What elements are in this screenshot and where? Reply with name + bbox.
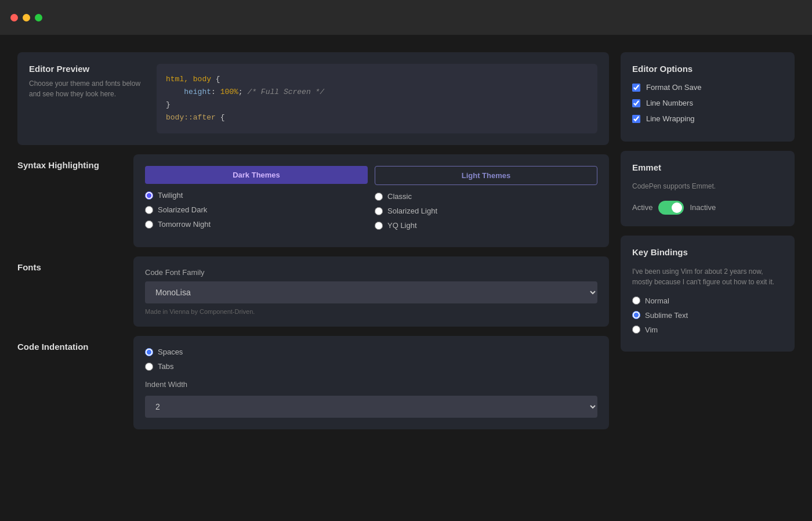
theme-classic-label: Classic bbox=[387, 192, 412, 201]
theme-solarized-dark[interactable]: Solarized Dark bbox=[145, 205, 368, 214]
code-indentation-section: Code Indentation Spaces Tabs Indent Widt… bbox=[17, 336, 609, 429]
themes-container: Dark Themes Twilight Solarized Dark Tomo… bbox=[145, 166, 597, 236]
emmet-active-label: Active bbox=[632, 203, 652, 212]
fonts-content: Code Font Family MonoLisa Fira Code Sour… bbox=[133, 256, 609, 327]
editor-options-card: Editor Options Format On Save Line Numbe… bbox=[621, 52, 795, 142]
fonts-label: Fonts bbox=[17, 256, 133, 327]
indent-spaces-option[interactable]: Spaces bbox=[145, 348, 597, 356]
keybinding-sublime-label: Sublime Text bbox=[645, 311, 688, 320]
theme-twilight-label: Twilight bbox=[158, 191, 183, 200]
theme-solarized-light[interactable]: Solarized Light bbox=[375, 207, 597, 215]
light-themes-tab[interactable]: Light Themes bbox=[375, 166, 597, 185]
theme-classic[interactable]: Classic bbox=[375, 192, 597, 201]
theme-tomorrow-night-label: Tomorrow Night bbox=[158, 220, 211, 229]
editor-options-title: Editor Options bbox=[632, 64, 783, 74]
editor-preview-code: html, body { height: 100%; /* Full Scree… bbox=[157, 64, 597, 133]
emmet-toggle[interactable] bbox=[658, 201, 684, 215]
indent-width-label: Indent Width bbox=[145, 380, 597, 389]
syntax-highlighting-section: Syntax Highlighting Dark Themes Twilight… bbox=[17, 154, 609, 247]
close-dot[interactable] bbox=[10, 14, 18, 21]
left-panel: Editor Preview Choose your theme and fon… bbox=[17, 52, 609, 429]
titlebar bbox=[0, 0, 812, 35]
key-bindings-title: Key Bindings bbox=[632, 247, 783, 257]
syntax-highlighting-title: Syntax Highlighting bbox=[17, 160, 133, 170]
light-themes-column: Light Themes Classic Solarized Light YQ … bbox=[375, 166, 597, 236]
fonts-title: Fonts bbox=[17, 262, 133, 272]
key-bindings-description: I've been using Vim for about 2 years no… bbox=[632, 266, 783, 287]
keybinding-sublime[interactable]: Sublime Text bbox=[632, 311, 783, 320]
indent-tabs-option[interactable]: Tabs bbox=[145, 362, 597, 371]
editor-preview-description: Choose your theme and fonts below and se… bbox=[29, 78, 145, 99]
line-numbers-label: Line Numbers bbox=[646, 99, 693, 107]
emmet-toggle-row: Active Inactive bbox=[632, 201, 783, 215]
line-wrapping-checkbox[interactable] bbox=[632, 115, 640, 123]
theme-yq-light-label: YQ Light bbox=[387, 221, 417, 230]
minimize-dot[interactable] bbox=[23, 14, 30, 21]
indent-spaces-label: Spaces bbox=[158, 348, 183, 356]
syntax-highlighting-label: Syntax Highlighting bbox=[17, 154, 133, 247]
line-numbers-checkbox[interactable] bbox=[632, 99, 640, 107]
code-line-4: body::after { bbox=[166, 111, 588, 124]
dark-themes-column: Dark Themes Twilight Solarized Dark Tomo… bbox=[145, 166, 368, 236]
line-numbers-option[interactable]: Line Numbers bbox=[632, 99, 783, 107]
key-bindings-card: Key Bindings I've been using Vim for abo… bbox=[621, 236, 795, 352]
font-family-select[interactable]: MonoLisa Fira Code Source Code Pro JetBr… bbox=[145, 281, 597, 303]
line-wrapping-label: Line Wrapping bbox=[646, 114, 695, 123]
emmet-toggle-slider bbox=[658, 201, 684, 215]
editor-preview-title: Editor Preview bbox=[29, 64, 145, 74]
emmet-description: CodePen supports Emmet. bbox=[632, 182, 783, 191]
code-indentation-content: Spaces Tabs Indent Width 2 4 8 bbox=[133, 336, 609, 429]
editor-preview-label: Editor Preview Choose your theme and fon… bbox=[29, 64, 145, 133]
keybinding-vim[interactable]: Vim bbox=[632, 325, 783, 334]
code-line-2: height: 100%; /* Full Screen */ bbox=[166, 86, 588, 99]
theme-tomorrow-night[interactable]: Tomorrow Night bbox=[145, 220, 368, 229]
code-line-3: } bbox=[166, 99, 588, 111]
font-hint: Made in Vienna by Component-Driven. bbox=[145, 308, 597, 315]
emmet-card: Emmet CodePen supports Emmet. Active Ina… bbox=[621, 151, 795, 226]
indent-tabs-label: Tabs bbox=[158, 362, 173, 371]
indent-width-select[interactable]: 2 4 8 bbox=[145, 396, 597, 418]
emmet-inactive-label: Inactive bbox=[690, 203, 716, 212]
code-font-family-label: Code Font Family bbox=[145, 268, 597, 277]
theme-solarized-light-label: Solarized Light bbox=[387, 207, 437, 215]
code-line-1: html, body { bbox=[166, 73, 588, 86]
line-wrapping-option[interactable]: Line Wrapping bbox=[632, 114, 783, 123]
syntax-highlighting-content: Dark Themes Twilight Solarized Dark Tomo… bbox=[133, 154, 609, 247]
code-indentation-title: Code Indentation bbox=[17, 342, 133, 352]
format-on-save-label: Format On Save bbox=[646, 83, 701, 92]
keybinding-normal[interactable]: Normal bbox=[632, 296, 783, 305]
theme-twilight[interactable]: Twilight bbox=[145, 191, 368, 200]
format-on-save-option[interactable]: Format On Save bbox=[632, 83, 783, 92]
format-on-save-checkbox[interactable] bbox=[632, 84, 640, 92]
fonts-section: Fonts Code Font Family MonoLisa Fira Cod… bbox=[17, 256, 609, 327]
emmet-title: Emmet bbox=[632, 162, 783, 172]
editor-preview-section: Editor Preview Choose your theme and fon… bbox=[17, 52, 609, 145]
right-panel: Editor Options Format On Save Line Numbe… bbox=[621, 52, 795, 429]
theme-solarized-dark-label: Solarized Dark bbox=[158, 205, 207, 214]
dark-themes-tab[interactable]: Dark Themes bbox=[145, 166, 368, 184]
maximize-dot[interactable] bbox=[35, 14, 42, 21]
code-indentation-label: Code Indentation bbox=[17, 336, 133, 429]
keybinding-vim-label: Vim bbox=[645, 325, 658, 334]
theme-yq-light[interactable]: YQ Light bbox=[375, 221, 597, 230]
main-content: Editor Preview Choose your theme and fon… bbox=[0, 35, 812, 447]
keybinding-normal-label: Normal bbox=[645, 296, 669, 305]
